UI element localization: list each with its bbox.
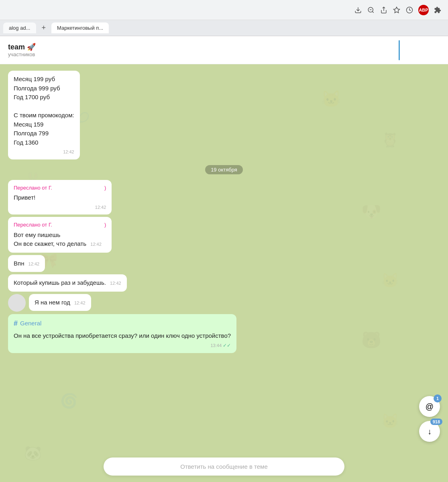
message-text-2: Привет! (14, 193, 106, 202)
date-badge: 19 октября (205, 165, 243, 174)
member-count: участников (8, 51, 440, 57)
app-header: team 🚀 участников (0, 36, 448, 64)
reply-input[interactable]: Ответить на сообщение в теме (104, 457, 344, 476)
vertical-indicator (399, 40, 400, 60)
message-text: Месяц 199 руб Полгода 999 руб Год 1700 р… (14, 75, 74, 147)
new-tab-button[interactable]: + (38, 21, 50, 35)
double-check-icon: ✓✓ (223, 343, 231, 348)
tab-bar: alog ad... + Маркетинговый п... (0, 20, 448, 36)
scroll-down-button[interactable]: ↓ 918 (419, 421, 440, 442)
message-vpn: Впн 12:42 (8, 255, 45, 272)
svg-line-2 (372, 11, 373, 12)
message-time-4: 12:42 (29, 261, 40, 266)
channel-name-label: General (20, 319, 41, 328)
zoom-icon[interactable] (367, 6, 375, 14)
message-text-4: Впн (14, 260, 24, 267)
browser-toolbar: ABP (0, 0, 448, 20)
message-text-7: Он на все устройства приобретается сразу… (14, 331, 231, 341)
message-time-7: 13:44 ✓✓ (211, 342, 231, 349)
hash-icon: # (14, 318, 18, 329)
message-pricing: Месяц 199 руб Полгода 999 руб Год 1700 р… (8, 71, 80, 159)
channel-tag: # General (14, 318, 231, 329)
download-icon[interactable] (354, 6, 362, 14)
message-time: 12:42 (63, 149, 74, 155)
message-time-2: 12:42 (95, 204, 106, 211)
tab-2-label: Маркетинговый п... (57, 25, 103, 31)
mention-badge: 1 (434, 394, 442, 402)
forwarded-label-1: Переслано от Г. ) (14, 184, 106, 192)
message-text-5: Который купишь раз и забудешь. (14, 279, 106, 286)
message-year: Я на нем год 12:42 (29, 294, 91, 311)
mention-button[interactable]: @ 1 (419, 396, 440, 417)
message-forwarded-1: Переслано от Г. ) Привет! 12:42 (8, 180, 112, 215)
tab-2[interactable]: Маркетинговый п... (51, 22, 109, 33)
messages-list: Месяц 199 руб Полгода 999 руб Год 1700 р… (0, 64, 448, 450)
share-icon[interactable] (380, 6, 388, 14)
message-row-year: Я на нем год 12:42 (8, 294, 440, 312)
arrow-down-icon: ↓ (428, 427, 432, 436)
sender-avatar (8, 294, 26, 312)
chat-area: 🐱 🎾 🐱 🦉 🐰 🐶 🎀 🐱 🦊 🐻 🌀 🐱 🐼 Месяц 199 руб … (0, 64, 448, 482)
extension-icon[interactable] (434, 6, 442, 14)
speed-icon[interactable] (405, 6, 413, 14)
message-forwarded-2: Переслано от Г. ) Вот ему пишешьОн все с… (8, 217, 112, 253)
message-buy-once: Который купишь раз и забудешь. 12:42 (8, 274, 127, 292)
channel-title: team 🚀 (8, 43, 440, 51)
forwarded-label-2: Переслано от Г. ) (14, 221, 106, 229)
message-text-6: Я на нем год (35, 299, 70, 306)
message-time-3-inline: 12:42 (90, 242, 102, 247)
message-time-6: 12:42 (74, 300, 86, 305)
message-time-5: 12:42 (110, 281, 121, 286)
abp-button[interactable]: ABP (418, 5, 429, 15)
svg-marker-5 (394, 7, 400, 12)
at-icon: @ (426, 402, 434, 411)
unread-badge: 918 (430, 419, 442, 425)
date-separator: 19 октября (8, 165, 440, 174)
message-outgoing: # General Он на все устройства приобрета… (8, 314, 236, 353)
message-text-3: Вот ему пишешьОн все скажет, что делать … (14, 231, 106, 249)
tab-1-label: alog ad... (9, 25, 31, 31)
reply-placeholder: Ответить на сообщение в теме (180, 463, 268, 470)
floating-buttons: @ 1 ↓ 918 (419, 396, 440, 442)
tab-1[interactable]: alog ad... (3, 22, 36, 33)
star-icon[interactable] (393, 6, 401, 14)
